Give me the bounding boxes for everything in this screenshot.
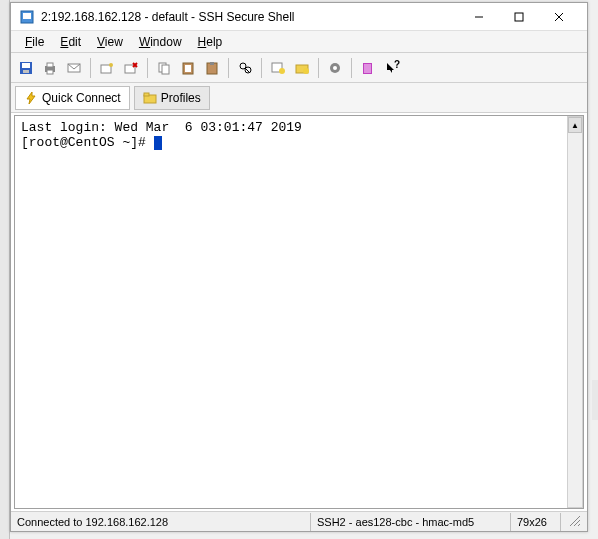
resize-grip[interactable] bbox=[561, 513, 587, 531]
svg-rect-11 bbox=[47, 70, 53, 74]
status-protocol: SSH2 - aes128-cbc - hmac-md5 bbox=[311, 513, 511, 531]
close-button[interactable] bbox=[539, 4, 579, 30]
quick-connect-label: Quick Connect bbox=[42, 91, 121, 105]
menu-view[interactable]: View bbox=[89, 33, 131, 51]
svg-text:?: ? bbox=[394, 60, 400, 70]
svg-rect-38 bbox=[144, 93, 149, 96]
new-ftp-icon[interactable] bbox=[291, 57, 313, 79]
svg-rect-23 bbox=[210, 62, 214, 65]
print-icon[interactable] bbox=[39, 57, 61, 79]
shell-prompt: [root@CentOS ~]# bbox=[21, 135, 154, 150]
menu-edit[interactable]: Edit bbox=[52, 33, 89, 51]
svg-rect-34 bbox=[364, 64, 371, 73]
svg-point-14 bbox=[109, 63, 113, 67]
last-login-line: Last login: Wed Mar 6 03:01:47 2019 bbox=[21, 120, 302, 135]
app-window: 2:192.168.162.128 - default - SSH Secure… bbox=[10, 2, 588, 532]
clipboard-icon[interactable] bbox=[201, 57, 223, 79]
svg-point-30 bbox=[303, 68, 309, 74]
app-icon bbox=[19, 9, 35, 25]
scroll-up-arrow[interactable]: ▲ bbox=[568, 117, 582, 133]
titlebar[interactable]: 2:192.168.162.128 - default - SSH Secure… bbox=[11, 3, 587, 31]
svg-rect-7 bbox=[22, 63, 30, 68]
svg-rect-8 bbox=[23, 70, 29, 73]
terminal-scrollbar[interactable]: ▲ bbox=[567, 116, 583, 508]
svg-rect-19 bbox=[162, 65, 169, 74]
status-dimensions: 79x26 bbox=[511, 513, 561, 531]
svg-point-28 bbox=[279, 68, 285, 74]
menu-window[interactable]: Window bbox=[131, 33, 190, 51]
svg-rect-3 bbox=[515, 13, 523, 21]
profiles-label: Profiles bbox=[161, 91, 201, 105]
connect-icon[interactable] bbox=[96, 57, 118, 79]
background-edge-r bbox=[592, 380, 598, 420]
folder-icon bbox=[143, 91, 157, 105]
copy-icon[interactable] bbox=[153, 57, 175, 79]
paste-icon[interactable] bbox=[177, 57, 199, 79]
menu-help[interactable]: Help bbox=[190, 33, 231, 51]
lightning-icon bbox=[24, 91, 38, 105]
profiles-button[interactable]: Profiles bbox=[134, 86, 210, 110]
toolbar: ? bbox=[11, 53, 587, 83]
menubar: File Edit View Window Help bbox=[11, 31, 587, 53]
svg-rect-21 bbox=[185, 65, 191, 72]
svg-marker-36 bbox=[27, 92, 35, 104]
mail-icon[interactable] bbox=[63, 57, 85, 79]
status-connection: Connected to 192.168.162.128 bbox=[11, 513, 311, 531]
whatsthis-icon[interactable]: ? bbox=[381, 57, 403, 79]
save-icon[interactable] bbox=[15, 57, 37, 79]
statusbar: Connected to 192.168.162.128 SSH2 - aes1… bbox=[11, 511, 587, 531]
quick-connect-button[interactable]: Quick Connect bbox=[15, 86, 130, 110]
find-icon[interactable] bbox=[234, 57, 256, 79]
menu-file[interactable]: File bbox=[17, 33, 52, 51]
settings-icon[interactable] bbox=[324, 57, 346, 79]
background-edge bbox=[0, 0, 10, 539]
minimize-button[interactable] bbox=[459, 4, 499, 30]
svg-point-32 bbox=[333, 66, 337, 70]
cursor bbox=[154, 136, 162, 150]
svg-point-25 bbox=[245, 67, 251, 73]
disconnect-icon[interactable] bbox=[120, 57, 142, 79]
connection-toolbar: Quick Connect Profiles bbox=[11, 83, 587, 113]
help-book-icon[interactable] bbox=[357, 57, 379, 79]
new-terminal-icon[interactable] bbox=[267, 57, 289, 79]
svg-rect-10 bbox=[47, 63, 53, 67]
svg-rect-1 bbox=[23, 13, 31, 19]
svg-line-41 bbox=[578, 524, 580, 526]
terminal-area[interactable]: Last login: Wed Mar 6 03:01:47 2019 [roo… bbox=[14, 115, 584, 509]
window-title: 2:192.168.162.128 - default - SSH Secure… bbox=[41, 10, 459, 24]
maximize-button[interactable] bbox=[499, 4, 539, 30]
